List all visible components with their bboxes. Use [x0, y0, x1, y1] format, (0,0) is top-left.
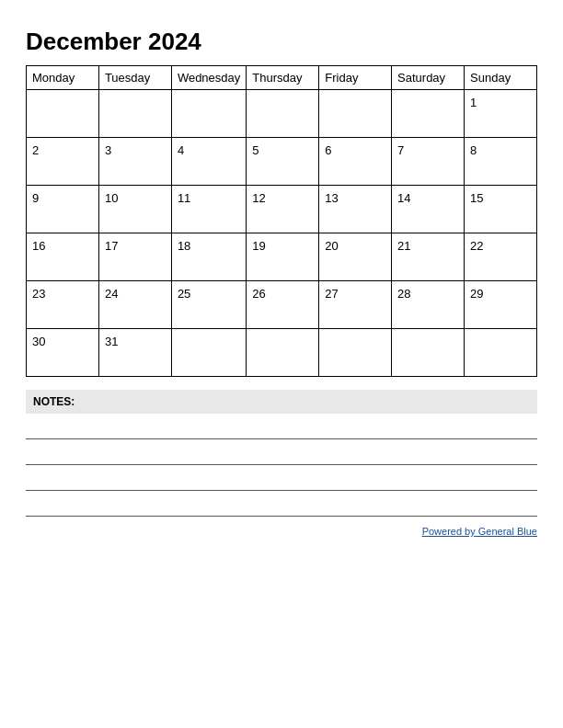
calendar-day-31: 31 — [98, 329, 171, 377]
calendar-day-empty-0-4 — [319, 90, 392, 138]
calendar-day-7: 7 — [392, 138, 465, 186]
calendar-day-15: 15 — [465, 186, 537, 233]
calendar-day-25: 25 — [171, 281, 246, 329]
calendar-day-9: 9 — [27, 186, 99, 233]
calendar-day-3: 3 — [98, 138, 171, 186]
powered-by-link[interactable]: Powered by General Blue — [422, 526, 537, 537]
calendar-week-2: 2345678 — [27, 138, 537, 186]
calendar-header-wednesday: Wednesday — [171, 66, 246, 90]
calendar-week-6: 3031 — [27, 329, 537, 377]
calendar-day-13: 13 — [319, 186, 392, 233]
calendar-day-21: 21 — [392, 233, 465, 281]
calendar-header-thursday: Thursday — [247, 66, 319, 90]
calendar-header-tuesday: Tuesday — [98, 66, 171, 90]
powered-by: Powered by General Blue — [26, 526, 537, 537]
calendar-day-19: 19 — [247, 233, 319, 281]
calendar-week-1: 1 — [27, 90, 537, 138]
calendar-day-16: 16 — [27, 233, 99, 281]
calendar-day-24: 24 — [98, 281, 171, 329]
calendar-day-29: 29 — [465, 281, 537, 329]
calendar-day-empty-5-2 — [171, 329, 246, 377]
calendar-day-5: 5 — [247, 138, 319, 186]
calendar-day-empty-0-2 — [171, 90, 246, 138]
calendar-header-friday: Friday — [319, 66, 392, 90]
calendar-week-3: 9101112131415 — [27, 186, 537, 233]
page-title: December 2024 — [26, 28, 537, 56]
calendar-header-saturday: Saturday — [392, 66, 465, 90]
calendar-day-empty-5-3 — [247, 329, 319, 377]
calendar-day-23: 23 — [27, 281, 99, 329]
calendar-week-5: 23242526272829 — [27, 281, 537, 329]
calendar-day-26: 26 — [247, 281, 319, 329]
calendar-week-4: 16171819202122 — [27, 233, 537, 281]
calendar-day-empty-5-6 — [465, 329, 537, 377]
calendar-day-empty-5-4 — [319, 329, 392, 377]
notes-line-1 — [26, 414, 537, 439]
calendar-day-8: 8 — [465, 138, 537, 186]
calendar-day-28: 28 — [392, 281, 465, 329]
calendar-day-10: 10 — [98, 186, 171, 233]
calendar-day-22: 22 — [465, 233, 537, 281]
calendar-day-2: 2 — [27, 138, 99, 186]
calendar-day-17: 17 — [98, 233, 171, 281]
calendar-day-30: 30 — [27, 329, 99, 377]
notes-label: NOTES: — [26, 390, 537, 414]
calendar-header-sunday: Sunday — [465, 66, 537, 90]
calendar-day-empty-0-3 — [247, 90, 319, 138]
calendar-table: MondayTuesdayWednesdayThursdayFridaySatu… — [26, 65, 537, 377]
calendar-day-empty-5-5 — [392, 329, 465, 377]
calendar-body: 1234567891011121314151617181920212223242… — [27, 90, 537, 377]
calendar-day-12: 12 — [247, 186, 319, 233]
calendar-day-6: 6 — [319, 138, 392, 186]
calendar-day-20: 20 — [319, 233, 392, 281]
calendar-day-18: 18 — [171, 233, 246, 281]
notes-line-4 — [26, 491, 537, 517]
calendar-day-empty-0-0 — [27, 90, 99, 138]
calendar-day-4: 4 — [171, 138, 246, 186]
calendar-day-1: 1 — [465, 90, 537, 138]
calendar-header-row: MondayTuesdayWednesdayThursdayFridaySatu… — [27, 66, 537, 90]
notes-section: NOTES: — [26, 390, 537, 517]
calendar-day-11: 11 — [171, 186, 246, 233]
calendar-day-27: 27 — [319, 281, 392, 329]
calendar-day-empty-0-1 — [98, 90, 171, 138]
calendar-header-monday: Monday — [27, 66, 99, 90]
notes-line-3 — [26, 465, 537, 491]
calendar-day-14: 14 — [392, 186, 465, 233]
notes-line-2 — [26, 439, 537, 465]
calendar-day-empty-0-5 — [392, 90, 465, 138]
